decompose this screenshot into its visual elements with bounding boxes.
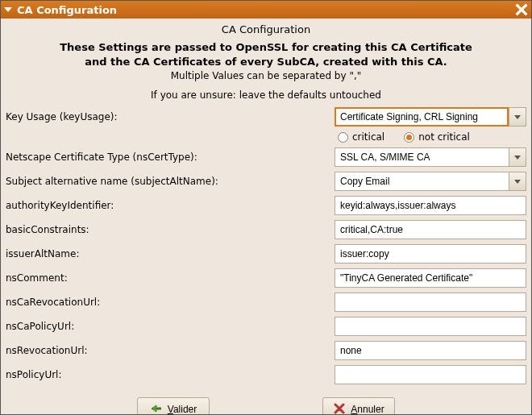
label-subject-alt-name: Subject alternative name (subjectAltName… <box>6 176 328 187</box>
ns-cert-type-dropdown-button[interactable] <box>509 147 526 167</box>
radio-icon <box>338 132 348 143</box>
label-ns-cert-type: Netscape Certificate Type (nsCertType): <box>6 151 328 163</box>
cancel-label: Annuler <box>351 404 384 414</box>
issuer-alt-name-input[interactable] <box>335 244 526 264</box>
subject-alt-name-combo[interactable] <box>335 172 526 191</box>
unsure-hint: If you are unsure: leave the defaults un… <box>6 89 526 101</box>
cancel-icon <box>333 402 346 414</box>
cancel-button[interactable]: Annuler <box>322 397 395 414</box>
intro-line-2: and the CA Certificates of every SubCA, … <box>85 56 447 68</box>
validate-button[interactable]: Valider <box>137 397 210 414</box>
radio-critical[interactable]: critical <box>338 131 384 143</box>
label-ns-comment: nsComment: <box>6 272 328 284</box>
intro-text: These Settings are passed to OpenSSL for… <box>6 40 526 68</box>
radio-not-critical[interactable]: not critical <box>404 131 470 143</box>
apply-icon <box>150 402 163 414</box>
key-usage-dropdown-button[interactable] <box>509 107 526 127</box>
ns-revocation-url-input[interactable] <box>335 341 526 360</box>
ns-policy-url-input[interactable] <box>335 365 526 384</box>
chevron-down-icon <box>514 156 521 160</box>
window-title: CA Configuration <box>17 4 515 16</box>
label-key-usage: Key Usage (keyUsage): <box>6 111 328 122</box>
radio-critical-label: critical <box>352 131 384 143</box>
key-usage-combo[interactable] <box>335 107 526 127</box>
window-menu-icon[interactable] <box>4 7 12 12</box>
basic-constraints-input[interactable] <box>335 220 526 239</box>
form-grid: Key Usage (keyUsage): critical not criti… <box>6 107 526 384</box>
label-ns-policy-url: nsPolicyUrl: <box>6 369 328 380</box>
ca-config-window: CA Configuration CA Configuration These … <box>0 0 532 415</box>
titlebar[interactable]: CA Configuration <box>1 1 531 19</box>
ns-comment-input[interactable] <box>335 268 526 288</box>
authority-key-identifier-input[interactable] <box>335 196 526 215</box>
ns-ca-policy-url-input[interactable] <box>335 317 526 336</box>
chevron-down-icon <box>514 115 521 119</box>
ns-cert-type-input[interactable] <box>335 147 509 167</box>
close-icon[interactable] <box>515 3 528 16</box>
label-ns-ca-policy-url: nsCaPolicyUrl: <box>6 321 328 332</box>
key-usage-input[interactable] <box>335 107 509 127</box>
dialog-heading: CA Configuration <box>6 23 526 35</box>
radio-not-critical-label: not critical <box>418 131 470 143</box>
label-ns-revocation-url: nsRevocationUrl: <box>6 345 328 356</box>
chevron-down-icon <box>514 180 521 184</box>
ns-cert-type-combo[interactable] <box>335 147 526 167</box>
intro-sub: Multiple Values can be separated by "," <box>6 70 526 81</box>
validate-label: Valider <box>168 404 197 414</box>
label-authority-key-identifier: authorityKeyIdentifier: <box>6 200 328 211</box>
intro-line-1: These Settings are passed to OpenSSL for… <box>60 41 472 53</box>
radio-icon <box>404 132 414 143</box>
label-issuer-alt-name: issuerAltName: <box>6 248 328 259</box>
button-bar: Valider Annuler <box>6 394 526 414</box>
ns-ca-revocation-url-input[interactable] <box>335 293 526 312</box>
subject-alt-name-dropdown-button[interactable] <box>509 172 526 191</box>
subject-alt-name-input[interactable] <box>335 172 509 191</box>
dialog-content: CA Configuration These Settings are pass… <box>1 19 531 414</box>
label-basic-constraints: basicConstraints: <box>6 224 328 235</box>
label-ns-ca-revocation-url: nsCaRevocationUrl: <box>6 297 328 308</box>
key-usage-critical-group: critical not critical <box>335 131 526 143</box>
